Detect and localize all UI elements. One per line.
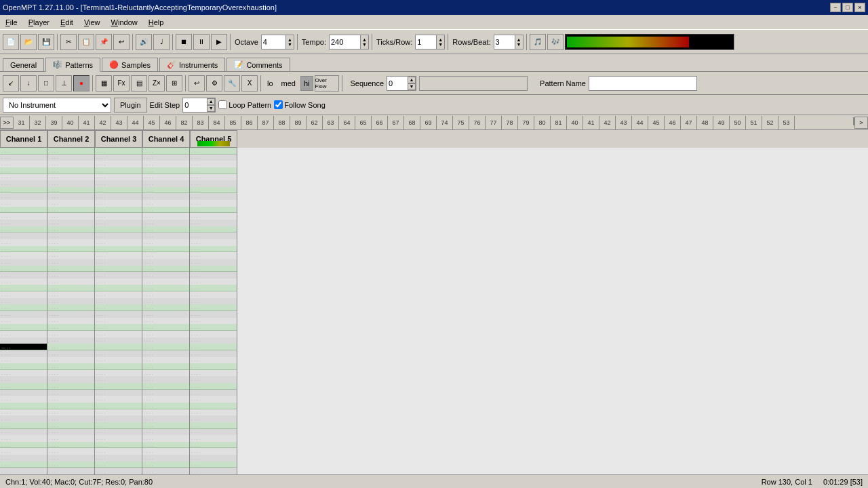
note-cell[interactable]: 69 [420,116,437,129]
pattern-row[interactable]: . . . . [142,246,189,253]
pattern-row[interactable]: . . . . [95,338,142,344]
pattern-row[interactable]: . . . . [0,390,47,396]
pattern-row[interactable]: . . . . [95,155,142,161]
pattern-view[interactable]: ▤ [131,75,147,92]
close-button[interactable]: × [854,3,865,12]
pattern-row[interactable]: . . . . [142,232,189,239]
pattern-row[interactable]: . . . . [47,252,94,259]
pattern-row[interactable]: . . . . [95,279,142,285]
pattern-row[interactable]: . . . . [142,239,189,246]
pattern-row[interactable]: . . . . [47,161,94,167]
pattern-row[interactable]: . . . . [47,357,94,364]
pattern-row[interactable]: . . . . [95,226,142,233]
note-cell[interactable]: 42 [599,116,616,129]
pattern-row[interactable]: . . . . [0,396,47,403]
pattern-row[interactable]: . . . . [0,429,47,436]
fx-btn[interactable]: Fx [113,75,130,92]
pattern-row[interactable]: . . . . [190,226,237,233]
note-cell[interactable]: 46 [160,116,176,129]
undo-button[interactable]: ↩ [113,34,130,50]
pattern-row[interactable]: . . . . [190,279,237,285]
pattern-row[interactable]: . . . . [95,462,142,468]
pattern-row[interactable]: . . . . [95,285,142,291]
pattern-row[interactable]: . . . . [47,232,94,239]
follow-song-checkbox[interactable] [274,100,283,109]
pattern-row[interactable]: . . . . [0,207,47,214]
note-cell[interactable]: 49 [713,116,730,129]
pattern-row[interactable]: . . . . [142,448,189,455]
pattern-row[interactable]: . . . . [47,285,94,291]
pattern-row[interactable]: . . . . [95,246,142,253]
pattern-row[interactable]: . . . . [47,148,94,155]
pattern-row[interactable]: . . . . [47,213,94,220]
note-cell[interactable]: 43 [111,116,127,129]
tempo-input[interactable] [330,35,360,49]
pattern-row[interactable]: . . . . [142,291,189,298]
pattern-row[interactable]: . . . . [47,272,94,279]
note-cell[interactable]: 65 [355,116,372,129]
pattern-row[interactable]: . . . . [142,266,189,272]
record-btn[interactable]: ● [73,75,90,92]
tab-comments[interactable]: 📝 Comments [226,58,290,71]
pattern-row[interactable]: . . . . [142,468,189,474]
pattern-row[interactable]: . . . . [0,370,47,377]
pattern-row[interactable]: . . . . [190,155,237,161]
pattern-row[interactable]: . . . . [142,415,189,422]
pattern-row[interactable]: . . . . [0,442,47,449]
tab-patterns[interactable]: 🎼 Patterns [45,58,100,72]
pattern-row[interactable]: . . . . [142,226,189,233]
pause-button[interactable]: ⏸ [193,34,210,50]
pattern-row[interactable]: . . . . [190,272,237,279]
pattern-row[interactable]: . . . . [47,396,94,403]
pattern-row[interactable]: . . . . [142,363,189,370]
pattern-row[interactable]: . . . . [95,232,142,239]
instrument-select[interactable]: No Instrument [3,100,111,110]
pattern-row[interactable]: . . . . [142,350,189,357]
pattern-row[interactable]: . . . . [0,272,47,279]
pattern-row[interactable]: . . . . [95,200,142,207]
pattern-row[interactable]: . . . . [0,324,47,331]
pattern-row[interactable]: . . . . [47,298,94,305]
pattern-row[interactable]: . . . . [190,344,237,350]
pattern-row[interactable]: . . . . [142,383,189,390]
pattern-row[interactable]: . . . . [190,174,237,181]
note-cell[interactable]: 48 [697,116,713,129]
stop-button[interactable]: ⏹ [176,34,192,50]
pattern-row[interactable]: . . . . [0,232,47,239]
pattern-row[interactable]: . . . . [47,376,94,383]
note-cell[interactable]: 62 [307,116,323,129]
ticks-spinner[interactable]: ▲ ▼ [436,35,444,49]
pattern-row[interactable]: . . . . [47,383,94,390]
loop-pattern-checkbox[interactable] [218,100,227,109]
pattern-row[interactable]: . . . . [0,468,47,474]
pattern-row[interactable]: . . . . [0,246,47,253]
menu-window[interactable]: Window [106,17,143,28]
pattern-row[interactable]: . . . . [95,363,142,370]
pattern-row[interactable]: . . . . [0,148,47,155]
pattern-row[interactable]: . . . . [190,462,237,468]
pattern-row[interactable]: . . . . [0,174,47,181]
play-button[interactable]: ▶ [211,34,227,50]
pattern-row[interactable]: . . . . [47,187,94,194]
pattern-row[interactable]: . . . . [47,390,94,396]
sequence-name-input[interactable] [419,76,528,91]
edit-step-input[interactable] [183,98,207,112]
pattern-row[interactable]: . . . . [190,252,237,259]
pattern-row[interactable]: . . . . [95,259,142,266]
note-cell[interactable]: 67 [388,116,404,129]
draw-tool[interactable]: ↙ [3,75,19,92]
pattern-row[interactable]: . . . . [142,338,189,344]
pattern-row[interactable]: . . . . [95,396,142,403]
note-cell[interactable]: 53 [778,116,795,129]
ticks-input[interactable] [416,35,436,49]
pattern-row[interactable]: . . . . [95,207,142,214]
seq-down[interactable]: ▼ [408,83,416,90]
pattern-row[interactable]: . . . . [0,376,47,383]
pattern-row[interactable]: . . . . [142,403,189,409]
pattern-row[interactable]: . . . . [0,259,47,266]
pattern-row[interactable]: . . . . [190,285,237,291]
pattern-row[interactable]: . . . . [142,370,189,377]
pattern-row[interactable]: . . . . [47,429,94,436]
pattern-row[interactable]: . . . . [47,344,94,350]
pattern-row[interactable]: . . . . [95,213,142,220]
